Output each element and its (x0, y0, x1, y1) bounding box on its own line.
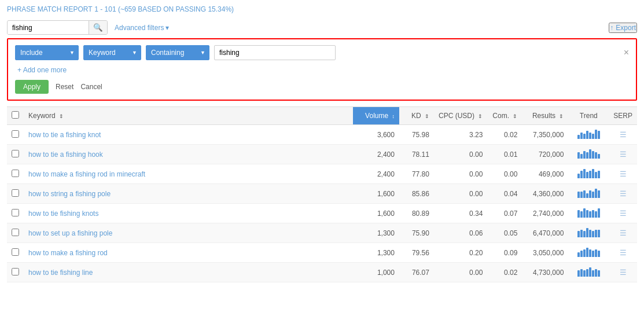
filter-row: Include Keyword Containing × (15, 45, 629, 60)
serp-view-icon[interactable]: ☰ (620, 170, 627, 178)
apply-button[interactable]: Apply (15, 80, 49, 94)
table-row: how to tie a fishing knot3,60075.983.230… (7, 125, 637, 145)
row-kd: 75.98 (399, 125, 434, 145)
row-checkbox[interactable] (12, 268, 19, 275)
row-serp-icon[interactable]: ☰ (609, 263, 637, 282)
serp-view-icon[interactable]: ☰ (620, 130, 627, 139)
serp-view-icon[interactable]: ☰ (620, 229, 627, 237)
row-cpc: 0.00 (434, 145, 487, 164)
table-row: how to tie a fishing hook2,40078.110.000… (7, 145, 637, 164)
row-checkbox[interactable] (12, 150, 19, 157)
row-checkbox[interactable] (12, 130, 19, 138)
row-com: 0.00 (487, 164, 522, 184)
row-serp-icon[interactable]: ☰ (609, 164, 637, 184)
cancel-button[interactable]: Cancel (80, 83, 102, 91)
select-all-checkbox[interactable] (12, 111, 19, 119)
keyword-link[interactable]: how to tie fishing line (28, 269, 93, 277)
table-row: how to tie fishing knots1,60080.890.340.… (7, 204, 637, 223)
col-header-com[interactable]: Com. ⇕ (487, 107, 522, 125)
serp-view-icon[interactable]: ☰ (620, 248, 627, 257)
row-serp-icon[interactable]: ☰ (609, 125, 637, 145)
serp-view-icon[interactable]: ☰ (620, 150, 627, 159)
row-results: 469,000 (522, 164, 568, 184)
serp-view-icon[interactable]: ☰ (620, 209, 627, 218)
row-checkbox[interactable] (12, 229, 19, 236)
col-header-serp: SERP (609, 107, 637, 125)
keyword-link[interactable]: how to tie a fishing hook (28, 150, 103, 159)
row-checkbox-cell (7, 164, 24, 184)
row-volume: 1,000 (353, 263, 399, 282)
row-checkbox-cell (7, 263, 24, 282)
filter-text-input[interactable] (214, 45, 336, 60)
row-results: 4,360,000 (522, 184, 568, 204)
reset-button[interactable]: Reset (56, 83, 73, 91)
chevron-down-icon: ▾ (165, 24, 169, 32)
row-checkbox[interactable] (12, 170, 19, 177)
row-volume: 2,400 (353, 145, 399, 164)
row-volume: 1,300 (353, 223, 399, 243)
row-serp-icon[interactable]: ☰ (609, 204, 637, 223)
row-trend-chart (568, 223, 609, 243)
row-serp-icon[interactable]: ☰ (609, 145, 637, 164)
col-header-volume[interactable]: Volume ↕ (353, 107, 399, 125)
col-header-checkbox (7, 107, 24, 125)
row-results: 720,000 (522, 145, 568, 164)
row-cpc: 0.34 (434, 204, 487, 223)
table-row: how to set up a fishing pole1,30075.900.… (7, 223, 637, 243)
row-keyword: how to make a fishing rod (24, 243, 353, 263)
row-cpc: 3.23 (434, 125, 487, 145)
row-volume: 1,600 (353, 204, 399, 223)
row-com: 0.05 (487, 223, 522, 243)
row-com: 0.02 (487, 263, 522, 282)
row-keyword: how to tie a fishing knot (24, 125, 353, 145)
keyword-link[interactable]: how to string a fishing pole (28, 190, 111, 198)
search-button[interactable]: 🔍 (89, 21, 107, 34)
col-header-cpc[interactable]: CPC (USD) ⇕ (434, 107, 487, 125)
keyword-link[interactable]: how to make a fishing rod in minecraft (28, 170, 145, 178)
row-com: 0.01 (487, 145, 522, 164)
row-serp-icon[interactable]: ☰ (609, 184, 637, 204)
row-checkbox-cell (7, 125, 24, 145)
row-checkbox[interactable] (12, 189, 19, 197)
row-keyword: how to tie fishing line (24, 263, 353, 282)
row-keyword: how to make a fishing rod in minecraft (24, 164, 353, 184)
search-input[interactable] (8, 21, 89, 34)
containing-select[interactable]: Containing (146, 45, 209, 60)
row-results: 2,740,000 (522, 204, 568, 223)
row-checkbox-cell (7, 145, 24, 164)
filter-actions: Apply Reset Cancel (15, 80, 629, 94)
include-select[interactable]: Include (15, 45, 79, 60)
advanced-filters-toggle[interactable]: Advanced filters ▾ (115, 24, 169, 32)
keyword-select[interactable]: Keyword (83, 45, 141, 60)
row-volume: 3,600 (353, 125, 399, 145)
row-serp-icon[interactable]: ☰ (609, 223, 637, 243)
page-title: PHRASE MATCH REPORT 1 - 101 (~659 BASED … (7, 5, 234, 13)
row-serp-icon[interactable]: ☰ (609, 243, 637, 263)
row-kd: 78.11 (399, 145, 434, 164)
row-trend-chart (568, 164, 609, 184)
row-keyword: how to tie a fishing hook (24, 145, 353, 164)
export-button[interactable]: ↑ Export (609, 23, 637, 33)
row-com: 0.04 (487, 184, 522, 204)
row-cpc: 0.00 (434, 164, 487, 184)
keyword-link[interactable]: how to tie fishing knots (28, 210, 98, 218)
row-trend-chart (568, 125, 609, 145)
filter-close-button[interactable]: × (624, 47, 629, 58)
row-trend-chart (568, 145, 609, 164)
col-header-kd[interactable]: KD ⇕ (399, 107, 434, 125)
keyword-link[interactable]: how to tie a fishing knot (28, 131, 101, 139)
keyword-link[interactable]: how to make a fishing rod (28, 249, 108, 257)
serp-view-icon[interactable]: ☰ (620, 189, 627, 198)
sort-icon-cpc: ⇕ (478, 113, 483, 119)
col-header-keyword[interactable]: Keyword ⇕ (24, 107, 353, 125)
row-checkbox-cell (7, 184, 24, 204)
row-checkbox[interactable] (12, 248, 19, 256)
add-filter-button[interactable]: + Add one more (15, 66, 629, 74)
row-kd: 79.56 (399, 243, 434, 263)
row-volume: 1,600 (353, 184, 399, 204)
col-header-results[interactable]: Results ⇕ (522, 107, 568, 125)
serp-view-icon[interactable]: ☰ (620, 268, 627, 277)
row-kd: 75.90 (399, 223, 434, 243)
keyword-link[interactable]: how to set up a fishing pole (28, 229, 112, 237)
row-checkbox[interactable] (12, 209, 19, 216)
